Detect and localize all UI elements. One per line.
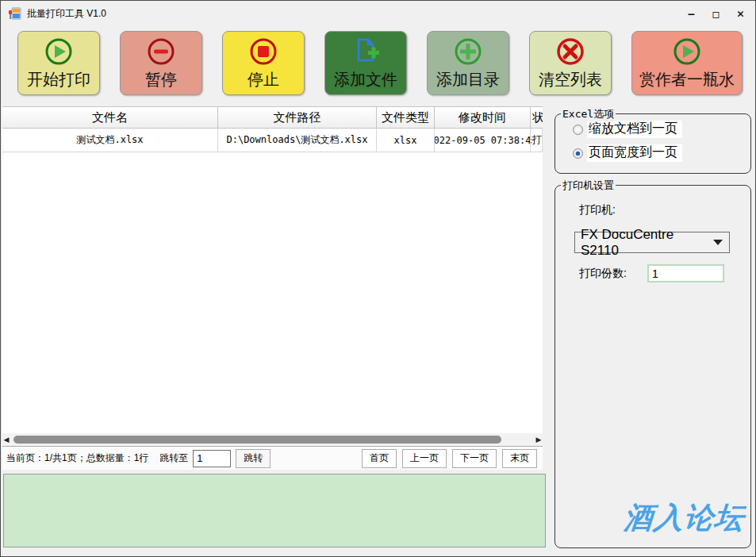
prev-page-button[interactable]: 上一页 bbox=[402, 449, 447, 468]
cell-filepath: D:\Downloads\测试文档.xlsx bbox=[218, 129, 377, 152]
column-header-filetype[interactable]: 文件类型 bbox=[377, 107, 435, 128]
chevron-down-icon bbox=[713, 240, 723, 245]
scroll-right-icon[interactable]: ▶ bbox=[535, 436, 543, 444]
cell-status: 未打印 bbox=[531, 129, 543, 152]
scrollbar-track[interactable] bbox=[10, 435, 535, 444]
column-header-filename[interactable]: 文件名 bbox=[2, 107, 218, 128]
radio-fit-width[interactable]: 页面宽度到一页 bbox=[573, 144, 750, 162]
table-row[interactable]: 测试文档.xlsx D:\Downloads\测试文档.xlsx xlsx 20… bbox=[2, 129, 543, 152]
page-status-text: 当前页：1/共1页；总数据量：1行 bbox=[6, 451, 148, 465]
scroll-left-icon[interactable]: ◀ bbox=[2, 436, 10, 444]
titlebar: 批量打印工具 V1.0 – □ ✕ bbox=[1, 1, 755, 26]
radio-label: 页面宽度到一页 bbox=[587, 144, 682, 162]
app-window: 批量打印工具 V1.0 – □ ✕ 开始打印 暂停 bbox=[0, 0, 756, 557]
toolbar-button-label: 添加目录 bbox=[436, 69, 500, 90]
add-directory-button[interactable]: 添加目录 bbox=[427, 31, 509, 95]
circle-x-icon bbox=[555, 36, 585, 67]
add-file-button[interactable]: 添加文件 bbox=[324, 31, 407, 95]
file-table: 文件名 文件路径 文件类型 修改时间 状态 测试文档.xlsx D:\Downl… bbox=[2, 106, 543, 470]
horizontal-scrollbar[interactable]: ◀ ▶ bbox=[2, 433, 543, 446]
toolbar: 开始打印 暂停 停止 添加文件 bbox=[1, 26, 755, 95]
close-button[interactable]: ✕ bbox=[728, 1, 753, 26]
printer-settings-group: 打印机设置 打印机: FX DocuCentre S2110 打印份数: 酒入论… bbox=[555, 185, 751, 548]
forum-watermark: 酒入论坛 bbox=[622, 498, 745, 538]
pagination: 首页 上一页 下一页 末页 bbox=[362, 449, 539, 468]
cell-filetype: xlsx bbox=[377, 129, 435, 152]
minimize-button[interactable]: – bbox=[679, 1, 704, 26]
radio-icon[interactable] bbox=[573, 125, 583, 135]
play-icon bbox=[44, 36, 74, 67]
column-header-status[interactable]: 状态 bbox=[531, 107, 543, 128]
radio-label: 缩放文档到一页 bbox=[587, 121, 682, 138]
toolbar-button-label: 开始打印 bbox=[27, 69, 90, 90]
app-icon bbox=[8, 7, 22, 20]
file-plus-icon bbox=[351, 36, 381, 67]
jump-button[interactable]: 跳转 bbox=[236, 449, 271, 468]
toolbar-button-label: 添加文件 bbox=[334, 69, 397, 90]
statusbar: 当前页：1/共1页；总数据量：1行 跳转至 跳转 首页 上一页 下一页 末页 bbox=[2, 446, 543, 470]
pause-minus-icon bbox=[146, 36, 176, 67]
log-panel bbox=[3, 474, 546, 547]
excel-options-group: Excel选项 缩放文档到一页 页面宽度到一页 bbox=[555, 113, 751, 174]
last-page-button[interactable]: 末页 bbox=[502, 449, 537, 468]
first-page-button[interactable]: 首页 bbox=[362, 449, 397, 468]
printer-dropdown[interactable]: FX DocuCentre S2110 bbox=[574, 232, 730, 253]
printer-dropdown-value: FX DocuCentre S2110 bbox=[581, 227, 713, 259]
column-header-filepath[interactable]: 文件路径 bbox=[218, 107, 377, 128]
pause-button[interactable]: 暂停 bbox=[120, 31, 202, 95]
clear-list-button[interactable]: 清空列表 bbox=[529, 31, 612, 95]
cell-modified: 2022-09-05 07:38:43 bbox=[435, 129, 531, 152]
printer-label: 打印机: bbox=[579, 203, 750, 217]
window-title: 批量打印工具 V1.0 bbox=[27, 7, 106, 21]
toolbar-button-label: 赏作者一瓶水 bbox=[639, 69, 735, 90]
start-print-button[interactable]: 开始打印 bbox=[17, 31, 100, 95]
printer-settings-title: 打印机设置 bbox=[561, 179, 616, 193]
toolbar-button-label: 停止 bbox=[248, 69, 279, 90]
excel-options-title: Excel选项 bbox=[561, 107, 616, 121]
jump-to-label: 跳转至 bbox=[159, 451, 188, 465]
window-controls: – □ ✕ bbox=[679, 1, 755, 26]
table-header-row: 文件名 文件路径 文件类型 修改时间 状态 bbox=[2, 106, 543, 129]
column-header-modified[interactable]: 修改时间 bbox=[435, 107, 531, 128]
scrollbar-thumb[interactable] bbox=[13, 436, 501, 444]
toolbar-button-label: 清空列表 bbox=[539, 69, 602, 90]
radio-fit-document[interactable]: 缩放文档到一页 bbox=[573, 121, 750, 138]
donate-button[interactable]: 赏作者一瓶水 bbox=[631, 31, 743, 95]
play-icon bbox=[672, 36, 702, 67]
stop-button[interactable]: 停止 bbox=[222, 31, 305, 95]
next-page-button[interactable]: 下一页 bbox=[452, 449, 497, 468]
maximize-button[interactable]: □ bbox=[704, 1, 728, 26]
table-empty-area bbox=[2, 152, 543, 433]
copies-row: 打印份数: bbox=[579, 264, 750, 282]
stop-icon bbox=[248, 36, 278, 67]
toolbar-button-label: 暂停 bbox=[145, 69, 177, 90]
copies-label: 打印份数: bbox=[579, 267, 627, 281]
circle-plus-icon bbox=[453, 36, 483, 67]
jump-page-input[interactable] bbox=[193, 450, 231, 467]
cell-filename: 测试文档.xlsx bbox=[2, 129, 218, 152]
radio-icon[interactable] bbox=[573, 148, 583, 159]
copies-input[interactable] bbox=[647, 264, 724, 282]
